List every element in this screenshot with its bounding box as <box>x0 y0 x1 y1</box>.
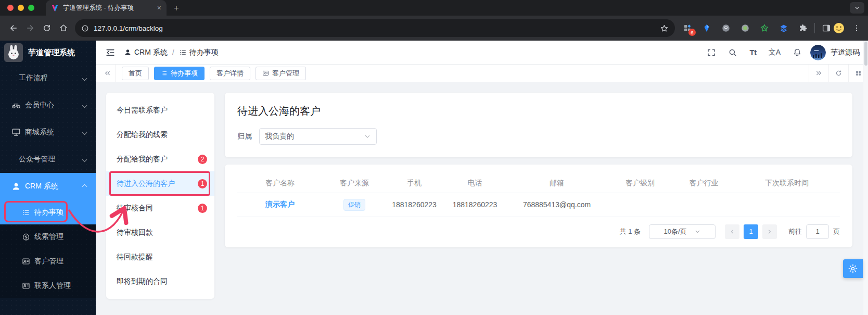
zoom-window-button[interactable] <box>28 5 34 11</box>
page-tab[interactable]: 客户详情 <box>210 67 250 80</box>
sidebar-item-label: 公众号管理 <box>19 155 55 164</box>
content-area: 今日需联系客户 分配给我的线索 分配给我的客户 2 <box>96 82 868 315</box>
sidebar-item[interactable]: 线索管理 <box>0 224 96 249</box>
main-column: 待进入公海的客户 归属 我负责的 <box>225 93 852 247</box>
count-badge: 1 <box>198 179 207 188</box>
sidebar-item-label: 工作流程 <box>19 73 48 83</box>
ext-kite-icon[interactable] <box>700 22 713 34</box>
sidebar-item-icon <box>22 257 30 266</box>
table-header-cell: 客户级别 <box>606 174 674 193</box>
prev-page-button[interactable] <box>725 224 739 239</box>
todo-menu-item[interactable]: 今日需联系客户 <box>106 98 214 122</box>
settings-gear-button[interactable] <box>843 259 863 278</box>
sidebar-item-icon <box>22 208 30 217</box>
customers-table: 客户名称客户来源手机电话邮箱客户级别客户行业下次联系时间 演示客户 促销 188… <box>237 174 840 217</box>
forward-button[interactable] <box>22 20 39 36</box>
tab-search-caret-button[interactable] <box>850 2 864 14</box>
browser-menu-icon[interactable] <box>850 21 863 35</box>
locale-icon[interactable]: 文A <box>769 48 781 57</box>
app-logo[interactable]: 芋道管理系统 <box>0 41 96 65</box>
ext-green-dot-icon[interactable] <box>739 22 751 34</box>
table-header-cell: 邮箱 <box>507 174 606 193</box>
scroll-tabs-right-icon[interactable] <box>809 65 828 82</box>
next-page-button[interactable] <box>762 224 777 239</box>
browser-tab-title: 芋道管理系统 - 待办事项 <box>63 4 153 12</box>
current-page-button[interactable]: 1 <box>744 224 758 239</box>
browser-tab-strip: 芋道管理系统 - 待办事项 × + <box>0 0 868 16</box>
url-text[interactable]: 127.0.0.1/crm/backlog <box>94 24 660 32</box>
reload-button[interactable] <box>39 20 55 36</box>
todo-menu-panel: 今日需联系客户 分配给我的线索 分配给我的客户 2 <box>106 93 214 299</box>
close-tab-icon[interactable]: × <box>157 4 161 11</box>
address-bar[interactable]: 127.0.0.1/crm/backlog <box>75 19 675 37</box>
goto-page-input[interactable] <box>806 224 829 239</box>
todo-menu-item[interactable]: 待审核合同 1 <box>106 196 214 220</box>
industry-cell <box>674 193 734 217</box>
sidebar-item[interactable]: CRM 系统 <box>0 173 96 200</box>
customer-name-link[interactable]: 演示客户 <box>265 200 295 208</box>
todo-menu-item[interactable]: 待进入公海的客户 1 <box>106 171 214 196</box>
notification-bell-icon[interactable] <box>793 48 802 57</box>
sidebar-item-icon <box>11 155 15 164</box>
scrollbar-thumb[interactable] <box>864 42 867 66</box>
bookmark-star-icon[interactable] <box>660 24 669 33</box>
pagination: 共 1 条 10条/页 1 前往 页 <box>237 224 840 239</box>
page-tab[interactable]: 客户管理 <box>256 67 306 80</box>
page-size-select[interactable]: 10条/页 <box>649 224 716 239</box>
profile-avatar-emoji[interactable] <box>833 22 845 34</box>
extensions-puzzle-icon[interactable] <box>797 22 809 34</box>
browser-tab[interactable]: 芋道管理系统 - 待办事项 × <box>46 0 167 16</box>
ext-grid-icon[interactable]: 6 <box>681 22 694 34</box>
close-window-button[interactable] <box>7 5 14 11</box>
breadcrumb-item[interactable]: / 待办事项 <box>168 48 219 57</box>
page-tab[interactable]: 首页 <box>122 67 149 80</box>
sidebar-item[interactable]: 商城系统 <box>0 119 96 146</box>
mobile-cell: 18818260223 <box>386 193 442 217</box>
breadcrumb-item[interactable]: CRM 系统 <box>124 48 168 57</box>
ext-green-star-icon[interactable] <box>758 22 771 34</box>
table-row[interactable]: 演示客户 促销 18818260223 18818260223 76888541… <box>237 193 840 217</box>
page-scrollbar[interactable] <box>863 41 868 315</box>
side-panel-icon[interactable] <box>820 22 833 34</box>
minimize-window-button[interactable] <box>18 5 24 11</box>
font-size-icon[interactable]: Tt <box>749 48 756 57</box>
page-tabs: 首页 待办事项 客户详情 <box>122 67 306 80</box>
sidebar-item-icon <box>11 128 21 137</box>
window-controls <box>0 0 42 16</box>
fullscreen-icon[interactable] <box>707 48 716 57</box>
todo-menu-item[interactable]: 分配给我的线索 <box>106 122 214 147</box>
page-tab-label: 客户详情 <box>216 69 244 78</box>
chevron-icon <box>82 130 87 135</box>
todo-menu-item[interactable]: 待回款提醒 <box>106 245 214 269</box>
sidebar-item[interactable]: 会员中心 <box>0 92 96 119</box>
todo-menu-item[interactable]: 分配给我的客户 2 <box>106 147 214 171</box>
page-tab[interactable]: 待办事项 <box>154 67 205 80</box>
breadcrumb-separator: / <box>172 48 174 57</box>
sidebar-item[interactable]: 工作流程 <box>0 65 96 92</box>
page-tab-label: 客户管理 <box>272 69 299 78</box>
ext-gray-circle-icon[interactable] <box>720 22 732 34</box>
todo-menu-item[interactable]: 即将到期的合同 <box>106 269 214 294</box>
sidebar-item[interactable]: 公众号管理 <box>0 146 96 173</box>
sidebar-menu: 工作流程 会员中心 商城系统 <box>0 65 96 298</box>
home-button[interactable] <box>55 20 72 36</box>
sidebar-item[interactable]: 联系人管理 <box>0 273 96 298</box>
sidebar-item[interactable]: 客户管理 <box>0 249 96 273</box>
owner-select[interactable]: 我负责的 <box>259 128 377 145</box>
back-button[interactable] <box>5 20 22 36</box>
ext-layers-icon[interactable] <box>777 22 790 34</box>
sidebar-item[interactable]: 待办事项 <box>0 200 96 224</box>
todo-menu-item-label: 待回款提醒 <box>117 253 153 262</box>
page-size-value: 10条/页 <box>663 227 686 236</box>
sidebar-item-icon <box>11 182 21 191</box>
scroll-tabs-left-icon[interactable] <box>100 65 116 82</box>
page-tab-label: 首页 <box>129 69 142 78</box>
refresh-page-icon[interactable] <box>828 65 848 82</box>
search-icon[interactable] <box>728 48 737 57</box>
new-tab-button[interactable]: + <box>174 4 179 12</box>
user-menu[interactable]: 芋道源码 <box>810 45 860 60</box>
todo-menu-item[interactable]: 待审核回款 <box>106 220 214 245</box>
chevron-icon <box>82 157 87 162</box>
collapse-sidebar-icon[interactable] <box>105 47 116 58</box>
site-info-icon[interactable] <box>81 24 89 32</box>
